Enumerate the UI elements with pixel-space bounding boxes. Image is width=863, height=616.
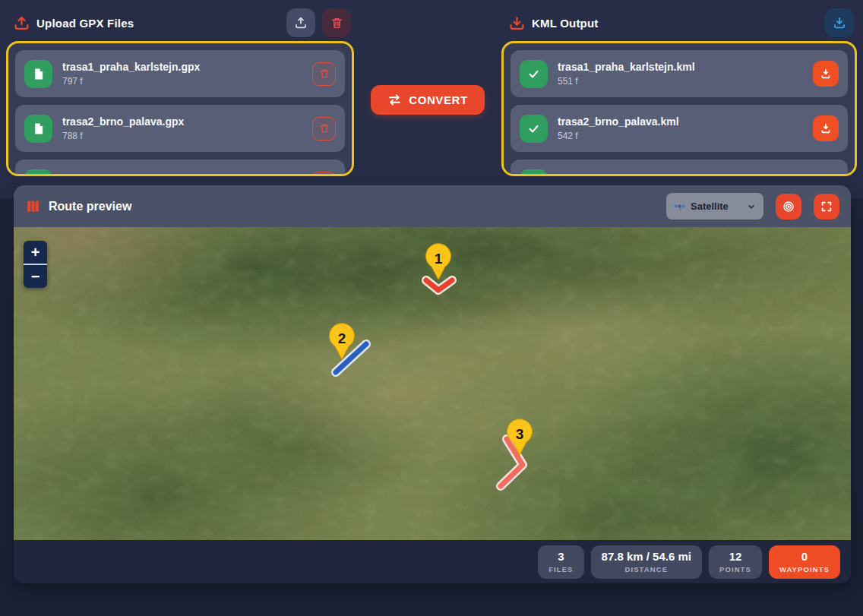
gpx-file-row: trasa3_krkonose_snezka.gpx <box>15 160 345 176</box>
upload-panel-title: Upload GPX Files <box>36 17 134 30</box>
upload-icon <box>14 15 30 31</box>
fit-bounds-button[interactable] <box>776 194 801 220</box>
satellite-icon <box>674 201 685 212</box>
stat-files-label: FILES <box>548 565 573 573</box>
stat-waypoints-value: 0 <box>779 550 830 563</box>
stat-points-value: 12 <box>719 550 751 563</box>
gpx-file-icon <box>24 115 52 143</box>
success-check-icon <box>520 60 548 88</box>
fullscreen-icon <box>820 201 833 213</box>
route-1-polyline <box>426 280 452 290</box>
kml-file-name: trasa2_brno_palava.kml <box>558 115 803 128</box>
zoom-out-button[interactable]: − <box>24 265 47 288</box>
gpx-file-row: trasa2_brno_palava.gpx 788 f <box>15 105 345 152</box>
map-canvas[interactable]: 1 2 3 + − <box>14 227 851 540</box>
stat-points: 12 POINTS <box>709 545 762 579</box>
converter-top-section: Upload GPX Files trasa1_praha_karlstejn.… <box>0 0 863 176</box>
kml-panel-header: KML Output <box>501 5 857 41</box>
download-kml-file-button[interactable] <box>813 115 839 141</box>
gpx-file-row: trasa1_praha_karlstejn.gpx 797 f <box>15 50 345 97</box>
convert-arrows-icon <box>387 93 402 107</box>
kml-file-row <box>511 160 848 176</box>
kml-output-panel: KML Output trasa1_praha_karlstejn.kml 55… <box>501 5 857 176</box>
convert-button-label: CONVERT <box>409 93 468 106</box>
delete-gpx-file-button[interactable] <box>312 117 336 141</box>
stat-waypoints-label: WAYPOINTS <box>779 565 830 573</box>
stats-bar: 3 FILES 87.8 km / 54.6 mi DISTANCE 12 PO… <box>14 540 851 583</box>
delete-gpx-file-button[interactable] <box>312 172 336 177</box>
chevron-down-icon <box>747 202 756 211</box>
kml-file-size: 551 f <box>558 76 803 87</box>
stat-distance: 87.8 km / 54.6 mi DISTANCE <box>591 545 702 579</box>
stat-files: 3 FILES <box>538 545 583 579</box>
gpx-file-list: trasa1_praha_karlstejn.gpx 797 f trasa2_… <box>6 41 354 176</box>
map-icon <box>25 198 41 214</box>
target-icon <box>782 200 795 213</box>
download-icon <box>509 15 525 31</box>
route-preview-card: Route preview Satellite <box>14 185 851 583</box>
download-kml-file-button[interactable] <box>813 61 839 87</box>
stat-waypoints: 0 WAYPOINTS <box>769 545 840 579</box>
map-header: Route preview Satellite <box>14 185 851 227</box>
gpx-file-name: trasa1_praha_karlstejn.gpx <box>62 61 302 73</box>
stat-distance-value: 87.8 km / 54.6 mi <box>602 550 691 563</box>
gpx-file-size: 797 f <box>62 76 302 87</box>
stat-points-label: POINTS <box>719 565 751 573</box>
kml-file-row: trasa2_brno_palava.kml 542 f <box>511 105 848 152</box>
kml-file-list: trasa1_praha_karlstejn.kml 551 f trasa2_… <box>501 41 857 176</box>
routes-overlay: 1 2 3 <box>14 227 851 540</box>
gpx-file-icon <box>24 60 52 88</box>
map-zoom-control: + − <box>24 241 47 288</box>
delete-gpx-file-button[interactable] <box>312 62 336 86</box>
success-check-icon <box>520 169 548 177</box>
kml-file-name: trasa1_praha_karlstejn.kml <box>558 61 803 73</box>
download-all-button[interactable] <box>825 8 854 37</box>
success-check-icon <box>520 115 548 143</box>
kml-file-size: 542 f <box>558 131 803 141</box>
map-title: Route preview <box>49 200 131 213</box>
kml-panel-title: KML Output <box>532 17 599 30</box>
svg-text:3: 3 <box>516 426 524 442</box>
fullscreen-button[interactable] <box>814 194 839 220</box>
clear-all-gpx-button[interactable] <box>322 8 351 37</box>
stat-distance-label: DISTANCE <box>602 565 691 573</box>
upload-gpx-panel: Upload GPX Files trasa1_praha_karlstejn.… <box>6 5 354 176</box>
map-marker-1[interactable]: 1 <box>426 244 451 280</box>
svg-text:1: 1 <box>435 251 443 267</box>
svg-text:2: 2 <box>338 330 346 346</box>
gpx-file-size: 788 f <box>62 131 302 141</box>
zoom-in-button[interactable]: + <box>24 241 47 264</box>
convert-button[interactable]: CONVERT <box>371 85 485 115</box>
map-layer-select[interactable]: Satellite <box>666 193 763 220</box>
upload-panel-header: Upload GPX Files <box>6 5 354 41</box>
map-layer-value: Satellite <box>691 201 741 212</box>
stat-files-value: 3 <box>548 550 573 563</box>
gpx-file-icon <box>24 169 52 177</box>
convert-column: CONVERT <box>354 5 501 115</box>
gpx-file-name: trasa2_brno_palava.gpx <box>62 115 302 128</box>
kml-file-row: trasa1_praha_karlstejn.kml 551 f <box>511 50 848 97</box>
upload-files-button[interactable] <box>286 8 315 37</box>
